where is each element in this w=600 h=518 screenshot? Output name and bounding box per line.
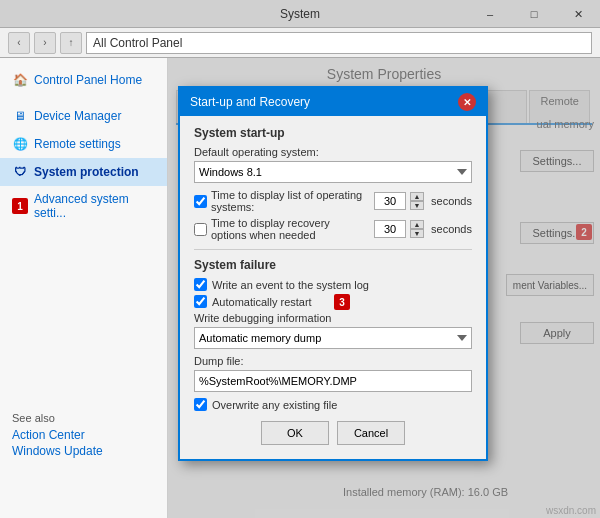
device-manager-icon: 🖥 [12,108,28,124]
default-os-dropdown[interactable]: Windows 8.1 [194,161,472,183]
system-startup-label: System start-up [194,126,472,140]
time-recovery-value[interactable] [374,220,406,238]
title-bar-controls: – □ ✕ [468,0,600,28]
write-event-label: Write an event to the system log [212,279,369,291]
dialog-body: System start-up Default operating system… [180,116,486,459]
maximize-button[interactable]: □ [512,0,556,28]
home-icon: 🏠 [12,72,28,88]
write-event-checkbox[interactable] [194,278,207,291]
write-debug-label: Write debugging information [194,312,472,324]
remote-icon: 🌐 [12,136,28,152]
sidebar-item-system-protection-label: System protection [34,165,139,179]
overwrite-label: Overwrite any existing file [212,399,337,411]
time-recovery-unit: seconds [431,223,472,235]
minimize-button[interactable]: – [468,0,512,28]
address-bar: ‹ › ↑ [0,28,600,58]
time-display-value[interactable] [374,192,406,210]
divider-1 [194,249,472,250]
time-display-unit: seconds [431,195,472,207]
system-failure-label: System failure [194,258,472,272]
title-bar: System – □ ✕ [0,0,600,28]
window-title: System [280,7,320,21]
overwrite-row: Overwrite any existing file [194,398,472,411]
time-display-spinner[interactable]: ▲ ▼ [410,192,424,210]
window-close-button[interactable]: ✕ [556,0,600,28]
sidebar-item-device-manager-label: Device Manager [34,109,121,123]
address-field[interactable] [86,32,592,54]
time-recovery-label: Time to display recovery options when ne… [211,217,366,241]
ok-button[interactable]: OK [261,421,329,445]
time-display-row: Time to display list of operating system… [194,189,472,213]
content-area: System Properties Computer Name Hardware… [168,58,600,518]
dump-file-label: Dump file: [194,355,472,367]
forward-button[interactable]: › [34,32,56,54]
dialog-buttons: OK Cancel [194,421,472,449]
time-recovery-row: Time to display recovery options when ne… [194,217,472,241]
auto-restart-label: Automatically restart [212,296,312,308]
time-recovery-down[interactable]: ▼ [410,229,424,238]
sidebar-item-system-protection[interactable]: 🛡 System protection [0,158,167,186]
time-display-down[interactable]: ▼ [410,201,424,210]
action-center-link[interactable]: Action Center [12,428,156,442]
up-button[interactable]: ↑ [60,32,82,54]
overwrite-checkbox[interactable] [194,398,207,411]
sidebar-control-panel-home[interactable]: 🏠 Control Panel Home [0,66,167,94]
back-button[interactable]: ‹ [8,32,30,54]
default-os-label: Default operating system: [194,146,472,158]
auto-restart-row: Automatically restart 3 [194,295,472,308]
time-recovery-up[interactable]: ▲ [410,220,424,229]
time-display-up[interactable]: ▲ [410,192,424,201]
time-recovery-spinner[interactable]: ▲ ▼ [410,220,424,238]
dialog-title-bar: Start-up and Recovery ✕ [180,88,486,116]
sidebar-item-remote-settings-label: Remote settings [34,137,121,151]
see-also-links: Action Center Windows Update [12,428,156,458]
see-also-label: See also [12,412,156,424]
time-display-label: Time to display list of operating system… [211,189,366,213]
dialog-title: Start-up and Recovery [190,95,310,109]
time-recovery-checkbox[interactable] [194,223,207,236]
cancel-button[interactable]: Cancel [337,421,405,445]
dialog-close-button[interactable]: ✕ [458,93,476,111]
default-os-row: Windows 8.1 [194,161,472,183]
dump-file-input[interactable] [194,370,472,392]
startup-recovery-dialog: Start-up and Recovery ✕ System start-up … [178,86,488,461]
badge-3: 3 [334,294,350,310]
sidebar-item-remote-settings[interactable]: 🌐 Remote settings [0,130,167,158]
main-layout: 🏠 Control Panel Home 🖥 Device Manager 🌐 … [0,58,600,518]
sidebar-control-panel-home-label: Control Panel Home [34,73,142,87]
sidebar-item-advanced-settings[interactable]: 1 Advanced system setti... [0,186,167,226]
debug-dropdown[interactable]: Automatic memory dump [194,327,472,349]
write-event-row: Write an event to the system log [194,278,472,291]
sidebar-item-device-manager[interactable]: 🖥 Device Manager [0,102,167,130]
sidebar: 🏠 Control Panel Home 🖥 Device Manager 🌐 … [0,58,168,518]
auto-restart-checkbox[interactable] [194,295,207,308]
windows-update-link[interactable]: Windows Update [12,444,156,458]
time-display-checkbox[interactable] [194,195,207,208]
badge-1: 1 [12,198,28,214]
shield-icon: 🛡 [12,164,28,180]
debug-dropdown-row: Automatic memory dump [194,327,472,349]
sidebar-item-advanced-label: Advanced system setti... [34,192,155,220]
